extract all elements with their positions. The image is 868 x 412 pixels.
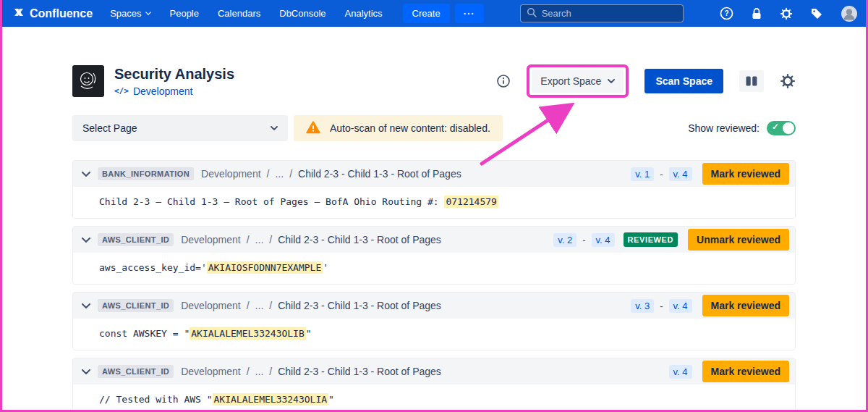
version-separator: -	[660, 169, 663, 180]
breadcrumb-separator: /	[247, 300, 250, 311]
help-icon[interactable]: ?	[720, 7, 733, 20]
code-highlight: 071214579	[444, 196, 498, 208]
code-text: '	[323, 262, 328, 273]
finding-type-badge: AWS_CLIENT_ID	[98, 299, 174, 312]
search-icon	[527, 7, 537, 20]
mark-reviewed-button[interactable]: Mark reviewed	[702, 361, 790, 382]
svg-text:?: ?	[724, 9, 728, 17]
settings-gear-icon[interactable]	[780, 7, 793, 20]
code-text: Child 2-3 – Child 1-3 – Root of Pages – …	[99, 196, 444, 207]
breadcrumb-separator: /	[269, 366, 272, 377]
breadcrumb: Development / ... / Child 2-3 - Child 1-…	[181, 300, 441, 311]
avatar[interactable]	[841, 5, 858, 22]
side-panel-toggle[interactable]	[739, 70, 764, 92]
mark-reviewed-button[interactable]: Mark reviewed	[702, 295, 790, 316]
create-button[interactable]: Create	[403, 4, 450, 23]
show-reviewed-control: Show reviewed: ✓	[688, 121, 796, 135]
finding-type-badge: BANK_INFORMATION	[98, 167, 194, 180]
version-link-to[interactable]: v. 4	[669, 167, 692, 181]
version-link-to[interactable]: v. 4	[669, 299, 692, 313]
finding-card: BANK_INFORMATION Development / ... / Chi…	[72, 160, 796, 219]
export-space-button[interactable]: Export Space	[532, 70, 624, 93]
breadcrumb-separator: /	[247, 234, 250, 245]
breadcrumb-page[interactable]: Child 2-3 - Child 1-3 - Root of Pages	[298, 168, 461, 180]
breadcrumb-page[interactable]: Child 2-3 - Child 1-3 - Root of Pages	[278, 300, 441, 311]
collapse-caret-icon[interactable]	[82, 237, 90, 243]
warning-icon	[306, 121, 320, 136]
breadcrumb-space[interactable]: Development	[181, 366, 241, 377]
chevron-down-icon	[145, 12, 151, 15]
header-actions: Export Space Scan Space	[496, 64, 796, 98]
page-header: Security Analysis </> Development Export…	[72, 64, 796, 98]
breadcrumb-ellipsis[interactable]: ...	[255, 366, 264, 377]
code-text: "	[306, 328, 312, 339]
select-page-dropdown[interactable]: Select Page	[72, 115, 288, 141]
version-link-from[interactable]: v. 1	[631, 167, 654, 181]
show-reviewed-toggle[interactable]: ✓	[767, 121, 796, 135]
tag-icon[interactable]	[810, 7, 823, 20]
version-link-from[interactable]: v. 2	[553, 233, 576, 247]
title-block: Security Analysis </> Development	[114, 66, 234, 97]
nav-icon-group: ?	[720, 5, 858, 22]
finding-body: // Tested with AWS "AKIALALEMEL33243OLIA…	[73, 384, 795, 412]
version-link-to[interactable]: v. 4	[592, 233, 615, 247]
code-highlight: AKIALALEMEL33243OLIB	[190, 327, 306, 340]
version-link-from[interactable]: v. 3	[631, 299, 654, 313]
finding-body: const AWSKEY = "AKIALALEMEL33243OLIB"	[73, 319, 795, 350]
breadcrumb-space[interactable]: Development	[201, 168, 261, 180]
collapse-caret-icon[interactable]	[82, 369, 90, 374]
search-input[interactable]	[542, 8, 677, 19]
version-link[interactable]: v. 4	[669, 365, 692, 379]
breadcrumb-space[interactable]: Development	[181, 234, 241, 245]
check-icon: ✓	[772, 122, 779, 132]
confluence-logo-icon	[13, 7, 25, 21]
more-button[interactable]: ···	[455, 4, 484, 23]
breadcrumb-page[interactable]: Child 2-3 - Child 1-3 - Root of Pages	[278, 234, 441, 245]
code-text: aws_access_key_id='	[99, 262, 207, 273]
scan-space-button[interactable]: Scan Space	[644, 69, 723, 93]
export-space-label: Export Space	[540, 75, 601, 87]
mark-reviewed-button[interactable]: Mark reviewed	[702, 163, 790, 185]
finding-body: Child 2-3 – Child 1-3 – Root of Pages – …	[73, 187, 795, 218]
nav-item-label: Spaces	[110, 8, 141, 19]
confluence-home-link[interactable]: Confluence	[13, 7, 93, 21]
nav-item-dbconsole[interactable]: DbConsole	[279, 8, 326, 19]
lock-icon[interactable]	[751, 7, 762, 20]
breadcrumb-ellipsis[interactable]: ...	[255, 234, 264, 245]
collapse-caret-icon[interactable]	[82, 303, 90, 308]
finding-header: AWS_CLIENT_ID Development / ... / Child …	[73, 227, 795, 253]
breadcrumb-separator: /	[267, 168, 270, 180]
nav-item-spaces[interactable]: Spaces	[110, 8, 150, 19]
chevron-down-icon	[271, 126, 278, 130]
finding-header-actions: v. 1 - v. 4 Mark reviewed	[631, 163, 789, 185]
nav-item-analytics[interactable]: Analytics	[345, 8, 383, 19]
breadcrumb: Development / ... / Child 2-3 - Child 1-…	[201, 168, 461, 180]
page-title: Security Analysis	[114, 66, 234, 83]
unmark-reviewed-button[interactable]: Unmark reviewed	[688, 229, 789, 251]
brand-name: Confluence	[30, 7, 93, 20]
breadcrumb-ellipsis[interactable]: ...	[275, 168, 284, 180]
reviewed-badge: REVIEWED	[624, 232, 678, 247]
breadcrumb: Development / ... / Child 2-3 - Child 1-…	[181, 366, 441, 377]
search-box[interactable]	[520, 4, 684, 22]
breadcrumb: Development / ... / Child 2-3 - Child 1-…	[181, 234, 441, 245]
breadcrumb-space[interactable]: Development	[181, 300, 241, 311]
space-settings-gear-icon[interactable]	[780, 73, 796, 89]
space-link[interactable]: Development	[133, 85, 193, 97]
finding-card: AWS_CLIENT_ID Development / ... / Child …	[72, 292, 796, 350]
breadcrumb-ellipsis[interactable]: ...	[255, 300, 264, 311]
finding-header: BANK_INFORMATION Development / ... / Chi…	[73, 161, 795, 187]
top-nav: Confluence Spaces People Calendars DbCon…	[0, 0, 868, 27]
panel-icon	[746, 76, 757, 86]
info-icon[interactable]	[496, 74, 511, 88]
collapse-caret-icon[interactable]	[82, 172, 90, 177]
breadcrumb-page[interactable]: Child 2-3 - Child 1-3 - Root of Pages	[278, 366, 441, 377]
finding-card: AWS_CLIENT_ID Development / ... / Child …	[72, 226, 796, 285]
toggle-knob	[783, 122, 794, 134]
nav-item-people[interactable]: People	[170, 8, 199, 19]
finding-snippet: const AWSKEY = "AKIALALEMEL33243OLIB"	[99, 328, 783, 339]
code-text: const AWSKEY = "	[99, 328, 190, 339]
finding-header-actions: v. 3 - v. 4 Mark reviewed	[631, 295, 789, 316]
main-content: Security Analysis </> Development Export…	[0, 64, 868, 412]
nav-item-calendars[interactable]: Calendars	[218, 8, 260, 19]
